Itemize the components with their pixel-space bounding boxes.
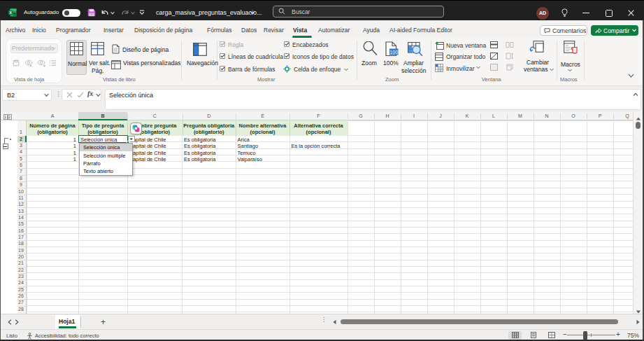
svg-text:100: 100: [389, 50, 398, 55]
